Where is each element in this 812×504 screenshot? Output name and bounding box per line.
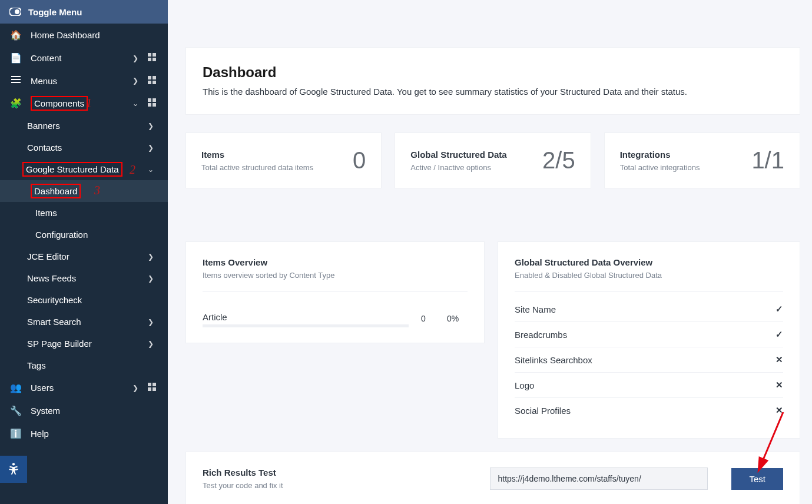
sidebar-item-help[interactable]: ℹ️ Help <box>0 422 168 445</box>
sidebar-item-content[interactable]: 📄 Content ❯ <box>0 47 168 69</box>
chevron-right-icon: ❯ <box>132 384 140 392</box>
sidebar-subitem-tags[interactable]: Tags <box>0 354 168 376</box>
global-row-label: Social Profiles <box>515 406 775 416</box>
page-title: Dashboard <box>203 64 783 81</box>
content-type-count: 0 <box>409 314 438 323</box>
svg-rect-3 <box>153 53 156 57</box>
sidebar-item-home[interactable]: 🏠 Home Dashboard <box>0 24 168 47</box>
stat-subtitle: Active / Inactive options <box>410 163 506 172</box>
sidebar-item-users[interactable]: 👥 Users ❯ <box>0 376 168 399</box>
test-button[interactable]: Test <box>731 468 783 490</box>
sidebar-item-label: Content <box>31 53 124 63</box>
page-header: Dashboard This is the dashboard of Googl… <box>185 47 800 115</box>
test-url-input[interactable] <box>490 467 708 490</box>
toggle-icon <box>9 6 21 18</box>
chevron-right-icon: ❯ <box>132 77 140 85</box>
accessibility-widget[interactable] <box>0 456 27 483</box>
rich-results-test-panel: Rich Results Test Test your code and fix… <box>185 452 800 504</box>
sidebar-item-label: News Feeds <box>27 273 148 283</box>
sidebar-subitem-security[interactable]: Securitycheck <box>0 289 168 311</box>
sidebar-subitem-gsd-dashboard[interactable]: Dashboard 3 <box>0 180 168 202</box>
sidebar-subitem-news[interactable]: News Feeds ❯ <box>0 267 168 289</box>
sidebar-subitem-gsd-config[interactable]: Configuration <box>0 224 168 246</box>
svg-rect-15 <box>148 103 151 107</box>
list-icon <box>9 75 22 86</box>
stat-card-global[interactable]: Global Structured Data Active / Inactive… <box>395 132 591 188</box>
stat-value: 0 <box>353 147 366 174</box>
file-icon: 📄 <box>9 52 22 64</box>
annotation-number-3: 3 <box>94 184 100 197</box>
stat-card-integrations[interactable]: Integrations Total active integrations 1… <box>604 132 800 188</box>
svg-rect-13 <box>148 98 151 102</box>
annotation-highlight-1: Components <box>31 96 88 111</box>
global-row-social: Social Profiles <box>515 398 783 423</box>
sidebar-subitem-gsd-items[interactable]: Items <box>0 202 168 224</box>
svg-rect-8 <box>11 82 21 83</box>
sidebar-subitem-gsd[interactable]: Google Structured Data 2 ⌄ <box>0 158 168 180</box>
panel-subtitle: Enabled & Disabled Global Structured Dat… <box>515 271 783 292</box>
stat-value: 2/5 <box>542 147 575 174</box>
page-subtitle: This is the dashboard of Google Structur… <box>203 87 783 97</box>
grid-icon[interactable] <box>148 98 158 108</box>
svg-rect-18 <box>153 383 156 386</box>
svg-rect-7 <box>11 79 21 80</box>
chevron-right-icon: ❯ <box>148 274 154 283</box>
sidebar: Toggle Menu 🏠 Home Dashboard 📄 Content ❯… <box>0 0 168 504</box>
toggle-menu-button[interactable]: Toggle Menu <box>0 0 168 24</box>
global-row-label: Sitelinks Searchbox <box>515 355 775 365</box>
svg-rect-16 <box>153 103 156 107</box>
users-icon: 👥 <box>9 382 22 393</box>
svg-rect-11 <box>148 81 151 84</box>
check-icon <box>775 304 783 314</box>
svg-rect-9 <box>148 76 151 79</box>
global-row-label: Site Name <box>515 304 775 314</box>
sidebar-item-label: SP Page Builder <box>27 339 148 349</box>
sidebar-item-menus[interactable]: Menus ❯ <box>0 69 168 92</box>
svg-rect-4 <box>148 58 151 61</box>
check-icon <box>775 329 783 340</box>
toggle-menu-label: Toggle Menu <box>28 7 82 17</box>
content-type-percent: 0% <box>438 314 468 323</box>
sidebar-item-label: Configuration <box>35 230 88 240</box>
svg-rect-19 <box>148 387 151 391</box>
sidebar-item-components[interactable]: 🧩 Components 1 ⌄ <box>0 92 168 115</box>
svg-rect-2 <box>148 53 151 57</box>
stat-card-items[interactable]: Items Total active structured data items… <box>185 132 382 188</box>
global-row-sitename: Site Name <box>515 297 783 322</box>
sidebar-subitem-jce[interactable]: JCE Editor ❯ <box>0 246 168 267</box>
global-row-label: Logo <box>515 380 775 390</box>
panel-title: Global Structured Data Overview <box>515 257 783 267</box>
annotation-highlight-2: Google Structured Data <box>22 162 122 177</box>
sidebar-item-label: JCE Editor <box>27 251 148 261</box>
grid-icon[interactable] <box>148 383 158 393</box>
stats-row: Items Total active structured data items… <box>185 132 800 188</box>
xmark-icon <box>775 405 783 416</box>
chevron-right-icon: ❯ <box>132 54 140 62</box>
sidebar-item-label: Items <box>35 208 57 218</box>
chevron-right-icon: ❯ <box>148 340 154 348</box>
sidebar-subitem-sp[interactable]: SP Page Builder ❯ <box>0 333 168 354</box>
stat-subtitle: Total active structured data items <box>201 163 313 172</box>
svg-rect-10 <box>153 76 156 79</box>
sidebar-item-label: Tags <box>27 360 158 370</box>
global-row-breadcrumbs: Breadcrumbs <box>515 322 783 347</box>
sidebar-subitem-banners[interactable]: Banners ❯ <box>0 115 168 137</box>
sidebar-item-system[interactable]: 🔧 System <box>0 399 168 422</box>
svg-rect-17 <box>148 383 151 386</box>
sidebar-item-label: Components <box>31 98 124 108</box>
sidebar-subitem-contacts[interactable]: Contacts ❯ <box>0 137 168 158</box>
sidebar-subitem-smart[interactable]: Smart Search ❯ <box>0 311 168 333</box>
overview-article-row: Article 0 0% <box>203 297 468 327</box>
overview-panels: Items Overview Items overview sorted by … <box>185 241 800 439</box>
test-title: Rich Results Test <box>203 467 283 478</box>
grid-icon[interactable] <box>148 53 158 63</box>
sidebar-item-label: Users <box>31 383 124 393</box>
xmark-icon <box>775 354 783 365</box>
grid-icon[interactable] <box>148 76 158 86</box>
items-overview-panel: Items Overview Items overview sorted by … <box>185 241 485 343</box>
content-type-name: Article <box>203 312 409 324</box>
sidebar-item-label: Home Dashboard <box>31 30 158 40</box>
chevron-right-icon: ❯ <box>148 122 154 130</box>
stat-subtitle: Total active integrations <box>620 163 700 172</box>
chevron-down-icon: ⌄ <box>132 100 140 108</box>
